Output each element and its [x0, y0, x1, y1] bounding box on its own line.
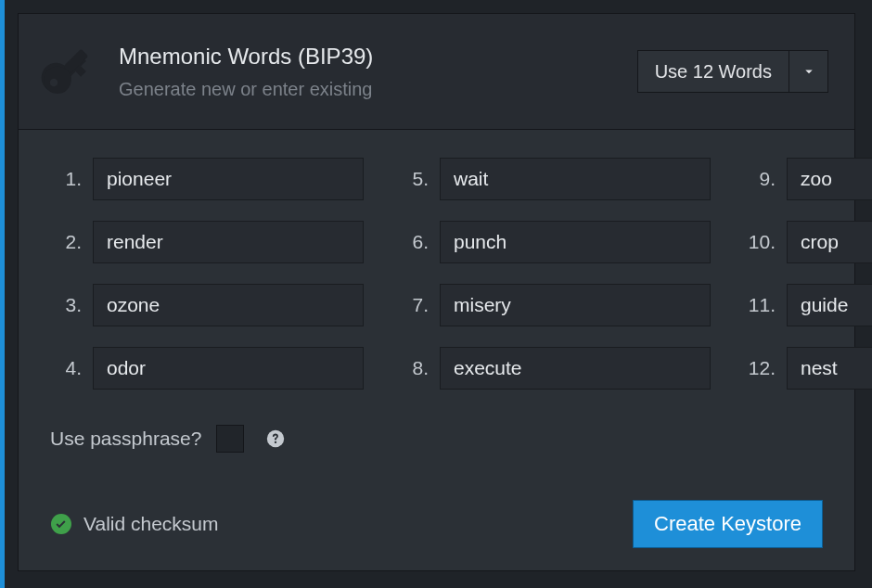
- word-row: 6.: [397, 221, 711, 263]
- word-number: 4.: [50, 357, 82, 379]
- word-count-label[interactable]: Use 12 Words: [637, 50, 789, 93]
- word-number: 7.: [397, 294, 429, 316]
- word-number: 11.: [744, 294, 776, 316]
- word-input-8[interactable]: [440, 347, 711, 390]
- checksum-status: Valid checksum: [50, 513, 219, 535]
- mnemonic-panel: Mnemonic Words (BIP39) Generate new or e…: [18, 13, 855, 571]
- passphrase-label: Use passphrase?: [50, 428, 201, 450]
- panel-header: Mnemonic Words (BIP39) Generate new or e…: [19, 14, 854, 130]
- mnemonic-grid: 1. 2. 3. 4. 5.: [50, 158, 823, 390]
- panel-body: 1. 2. 3. 4. 5.: [19, 130, 854, 570]
- word-input-4[interactable]: [93, 347, 364, 390]
- key-icon: [35, 38, 102, 105]
- word-input-11[interactable]: [787, 284, 872, 326]
- word-number: 9.: [744, 168, 776, 190]
- word-row: 7.: [397, 284, 711, 326]
- create-keystore-button[interactable]: Create Keystore: [633, 500, 823, 548]
- word-input-3[interactable]: [93, 284, 364, 326]
- check-circle-icon: [50, 513, 72, 535]
- word-input-6[interactable]: [440, 221, 711, 263]
- word-number: 6.: [397, 231, 429, 253]
- svg-point-0: [44, 67, 71, 94]
- word-input-5[interactable]: [440, 158, 711, 200]
- word-row: 11.: [744, 284, 872, 326]
- word-input-9[interactable]: [787, 158, 872, 200]
- word-input-2[interactable]: [93, 221, 364, 263]
- word-number: 5.: [397, 168, 429, 190]
- word-number: 8.: [397, 357, 429, 379]
- word-row: 4.: [50, 347, 364, 390]
- panel-title: Mnemonic Words (BIP39): [119, 44, 621, 70]
- word-row: 1.: [50, 158, 364, 200]
- word-row: 2.: [50, 221, 364, 263]
- header-text: Mnemonic Words (BIP39) Generate new or e…: [119, 44, 621, 100]
- passphrase-row: Use passphrase?: [50, 425, 823, 453]
- word-number: 3.: [50, 294, 82, 316]
- status-text: Valid checksum: [83, 513, 219, 535]
- word-row: 12.: [744, 347, 872, 390]
- panel-footer: Valid checksum Create Keystore: [50, 472, 823, 548]
- word-number: 2.: [50, 231, 82, 253]
- word-number: 10.: [744, 231, 776, 253]
- panel-subtitle: Generate new or enter existing: [119, 79, 621, 100]
- word-row: 9.: [744, 158, 872, 200]
- svg-point-1: [50, 79, 58, 87]
- word-row: 3.: [50, 284, 364, 326]
- word-row: 5.: [397, 158, 711, 200]
- word-number: 12.: [744, 357, 776, 379]
- word-input-7[interactable]: [440, 284, 711, 326]
- word-row: 10.: [744, 221, 872, 263]
- word-number: 1.: [50, 168, 82, 190]
- word-input-12[interactable]: [787, 347, 872, 390]
- word-count-dropdown[interactable]: Use 12 Words: [637, 50, 828, 93]
- window-outer: Mnemonic Words (BIP39) Generate new or e…: [0, 0, 872, 588]
- chevron-down-icon[interactable]: [789, 50, 828, 93]
- passphrase-checkbox[interactable]: [216, 425, 244, 453]
- word-row: 8.: [397, 347, 711, 390]
- help-icon[interactable]: [264, 428, 287, 450]
- word-input-1[interactable]: [93, 158, 364, 200]
- word-input-10[interactable]: [787, 221, 872, 263]
